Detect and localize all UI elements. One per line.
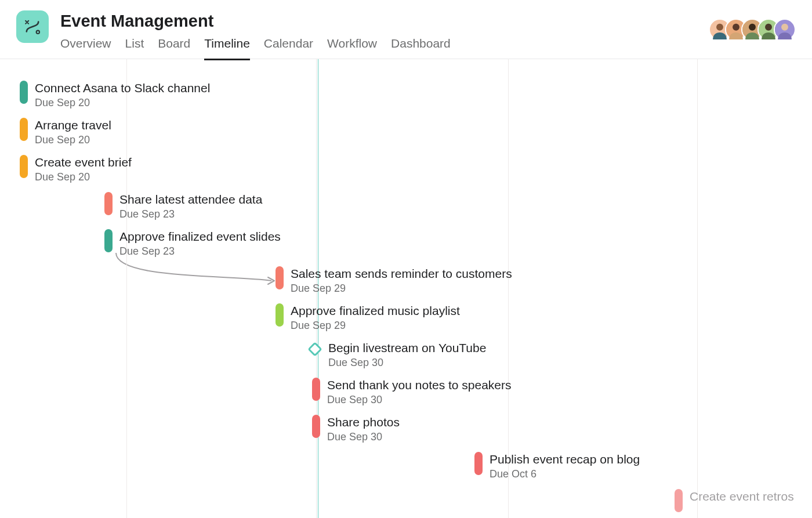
task-due: Due Sep 20 [35,134,111,146]
task-text: Create event retros [690,489,794,504]
task-title: Publish event recap on blog [490,452,640,467]
task-title: Create event brief [35,155,132,170]
svg-point-2 [716,24,723,31]
header-main: Event Management Overview List Board Tim… [60,10,796,60]
svg-point-0 [37,31,39,34]
task-title: Sales team sends reminder to customers [291,266,512,281]
timeline-task[interactable]: Approve finalized event slidesDue Sep 23 [104,229,281,258]
task-pill [104,229,113,252]
timeline-task[interactable]: Sales team sends reminder to customersDu… [276,266,512,295]
timeline-task[interactable]: Begin livestream on YouTubeDue Sep 30 [310,340,486,369]
task-title: Share latest attendee data [119,192,262,207]
project-icon [16,10,49,43]
task-title: Approve finalized music playlist [291,303,460,318]
task-text: Approve finalized music playlistDue Sep … [291,303,460,332]
tab-board[interactable]: Board [158,37,190,60]
svg-point-10 [781,24,788,31]
svg-point-4 [733,24,740,31]
task-title: Share photos [327,415,400,430]
task-pill [276,303,284,327]
tab-list[interactable]: List [125,37,144,60]
task-due: Due Sep 29 [291,320,460,332]
svg-point-8 [765,24,772,31]
task-pill [675,489,683,512]
task-pill [20,155,28,178]
timeline-task[interactable]: Share latest attendee dataDue Sep 23 [104,192,262,220]
tab-dashboard[interactable]: Dashboard [391,37,451,60]
tab-overview[interactable]: Overview [60,37,111,60]
timeline-task[interactable]: Create event briefDue Sep 20 [20,155,132,183]
task-pill [312,378,320,401]
timeline-task[interactable]: Connect Asana to Slack channelDue Sep 20 [20,81,210,109]
avatar[interactable] [774,19,796,41]
tab-workflow[interactable]: Workflow [327,37,377,60]
project-header: Event Management Overview List Board Tim… [0,0,812,59]
svg-point-6 [749,24,756,31]
tab-calendar[interactable]: Calendar [264,37,313,60]
task-title: Connect Asana to Slack channel [35,81,210,96]
task-title: Arrange travel [35,118,111,133]
task-text: Create event briefDue Sep 20 [35,155,132,183]
milestone-icon [307,342,322,356]
task-due: Due Sep 20 [35,171,132,183]
task-title: Create event retros [690,489,794,504]
task-pill [474,452,483,475]
task-text: Share photosDue Sep 30 [327,415,400,443]
task-pill [276,266,284,289]
task-text: Connect Asana to Slack channelDue Sep 20 [35,81,210,109]
gridline [697,59,698,518]
tabs: Overview List Board Timeline Calendar Wo… [60,37,796,60]
timeline-task[interactable]: Publish event recap on blogDue Oct 6 [474,452,640,480]
task-text: Share latest attendee dataDue Sep 23 [119,192,262,220]
task-due: Due Sep 29 [291,282,512,295]
project-title: Event Management [60,12,796,31]
member-avatars [715,19,796,41]
timeline-task[interactable]: Approve finalized music playlistDue Sep … [276,303,460,332]
task-pill [312,415,320,438]
task-text: Sales team sends reminder to customersDu… [291,266,512,295]
task-text: Begin livestream on YouTubeDue Sep 30 [328,340,486,369]
task-due: Due Sep 23 [119,208,262,220]
task-pill [20,118,28,141]
task-text: Arrange travelDue Sep 20 [35,118,111,146]
gridline [126,59,127,518]
task-text: Approve finalized event slidesDue Sep 23 [119,229,281,258]
tab-timeline[interactable]: Timeline [204,37,250,60]
route-icon [23,17,42,37]
task-title: Send thank you notes to speakers [327,378,512,393]
timeline-task[interactable]: Create event retros [675,489,794,512]
task-text: Publish event recap on blogDue Oct 6 [490,452,640,480]
task-title: Begin livestream on YouTube [328,340,486,356]
timeline-canvas[interactable]: Connect Asana to Slack channelDue Sep 20… [0,59,812,518]
task-due: Due Oct 6 [490,468,640,480]
timeline-task[interactable]: Arrange travelDue Sep 20 [20,118,111,146]
task-pill [20,81,28,104]
task-text: Send thank you notes to speakersDue Sep … [327,378,512,406]
task-pill [104,192,113,215]
task-due: Due Sep 30 [327,394,512,406]
task-title: Approve finalized event slides [119,229,281,244]
timeline-task[interactable]: Send thank you notes to speakersDue Sep … [312,378,512,406]
task-due: Due Sep 23 [119,245,281,258]
task-due: Due Sep 20 [35,97,210,109]
timeline-task[interactable]: Share photosDue Sep 30 [312,415,400,443]
task-due: Due Sep 30 [327,431,400,443]
task-due: Due Sep 30 [328,357,486,369]
